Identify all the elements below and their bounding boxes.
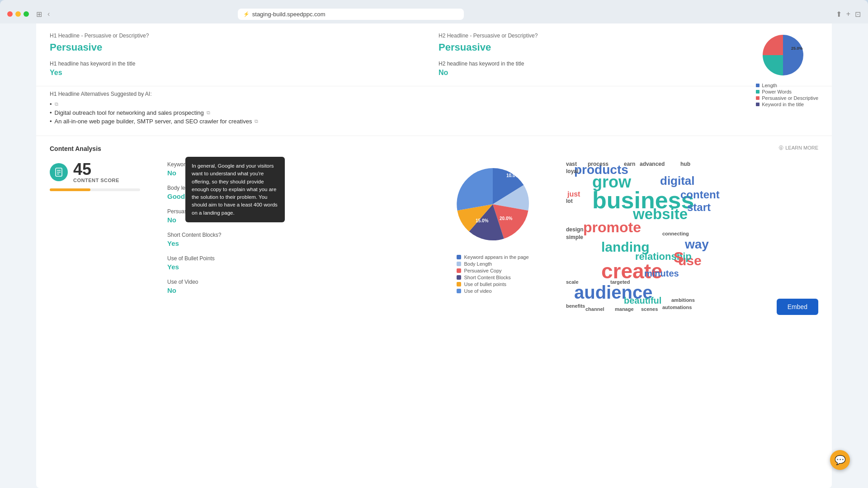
word-minutes: minutes	[644, 269, 679, 278]
chat-fab-button[interactable]: 💬	[830, 450, 850, 470]
chat-icon: 💬	[835, 455, 846, 465]
content-pie-chart: 10.0% 15.0% 20.0%	[450, 161, 536, 247]
ai-item-3: • An all-in-one web page builder, SMTP s…	[50, 118, 818, 125]
h1-keyword-value: Yes	[50, 69, 429, 77]
word-hub: hub	[680, 161, 690, 167]
svg-text:10.0%: 10.0%	[506, 173, 519, 178]
metrics-section: In general, Google and your visitors wan…	[158, 161, 429, 319]
embed-button[interactable]: Embed	[777, 299, 818, 315]
word-loyal: loyal	[566, 169, 578, 174]
word-just: just	[567, 191, 580, 198]
metric-val-video: No	[167, 286, 420, 294]
headline-section: H1 Headline - Persuasive or Descriptive?…	[36, 23, 832, 86]
word-earn: earn	[624, 161, 635, 167]
metric-name-bullet: Use of Bullet Points	[167, 255, 420, 262]
document-icon	[54, 167, 64, 177]
minimize-button[interactable]	[15, 11, 21, 17]
ai-suggestions-section: H1 Headline Alternatives Suggested by AI…	[36, 86, 832, 136]
word-design: design	[566, 227, 584, 232]
content-analysis-title: Content Analysis	[50, 145, 818, 152]
nav-back-button[interactable]: ‹	[47, 10, 50, 18]
word-process: process	[588, 161, 609, 167]
word-connecting: connecting	[662, 231, 689, 236]
score-number: 45	[73, 161, 119, 178]
copy-icon-3[interactable]: ⧉	[255, 118, 258, 124]
word-start: start	[687, 202, 711, 213]
ai-item-2: • Digital outreach tool for networking a…	[50, 109, 818, 116]
learn-more-link[interactable]: 🛈 LEARN MORE	[778, 145, 818, 150]
metric-name-video: Use of Video	[167, 279, 420, 285]
address-bar[interactable]: ⚡ staging-build.speedppc.com	[238, 9, 464, 20]
word-content: content	[680, 189, 720, 200]
metric-name-short: Short Content Blocks?	[167, 232, 420, 238]
copy-icon-2[interactable]: ⧉	[207, 110, 210, 116]
metric-video: Use of Video No	[167, 279, 420, 294]
content-analysis-section: Content Analysis 🛈 LEARN MORE	[36, 136, 832, 328]
pie-legend: Keyword appears in the page Body Length …	[457, 254, 528, 295]
word-channel: channel	[585, 307, 604, 312]
word-cloud: business create audience website grow pr…	[565, 161, 818, 315]
word-cloud-section: business create audience website grow pr…	[556, 161, 818, 319]
tooltip: In general, Google and your visitors wan…	[185, 157, 285, 222]
browser-body: H1 Headline - Persuasive or Descriptive?…	[0, 23, 868, 488]
word-way: way	[685, 238, 709, 251]
browser-chrome: ⊞ ‹ ⚡ staging-build.speedppc.com ⬆ + ⊡	[0, 0, 868, 23]
svg-text:20.0%: 20.0%	[500, 216, 512, 221]
top-pie-chart: 25.0%	[756, 33, 810, 78]
close-button[interactable]	[7, 11, 13, 17]
ai-suggestion-2: Digital outreach tool for networking and…	[55, 109, 204, 116]
word-simple: simple	[566, 235, 583, 240]
metric-short-blocks: Short Content Blocks? Yes	[167, 232, 420, 247]
score-display: 45 CONTENT SCORE	[50, 161, 158, 183]
top-pie-legend: Length Power Words Persuasive or Descrip…	[756, 83, 818, 107]
sidebar-toggle[interactable]: ⊞	[36, 10, 42, 19]
word-beautiful: beautiful	[624, 296, 661, 305]
new-tab-icon[interactable]: +	[846, 10, 850, 19]
main-container: H1 Headline - Persuasive or Descriptive?…	[36, 23, 832, 488]
score-icon	[50, 163, 68, 181]
word-scale: scale	[566, 280, 579, 285]
share-icon[interactable]: ⬆	[836, 10, 842, 19]
sidebar-icon[interactable]: ⊡	[855, 10, 861, 19]
learn-more-text: LEARN MORE	[785, 145, 818, 150]
h1-keyword-label: H1 headline has keyword in the title	[50, 61, 429, 67]
ai-item-1: • ⧉	[50, 101, 818, 108]
info-icon: 🛈	[778, 145, 783, 150]
url-text: staging-build.speedppc.com	[252, 11, 326, 18]
word-vast: vast	[566, 161, 577, 167]
svg-text:15.0%: 15.0%	[476, 218, 488, 223]
word-digital: digital	[660, 175, 695, 187]
score-label: CONTENT SCORE	[73, 178, 119, 183]
word-manage: manage	[615, 307, 634, 312]
top-pie-wrapper: 25.0% Length Power Words Persuasive or D…	[756, 33, 818, 108]
word-advanced: advanced	[640, 161, 665, 167]
copy-icon-1[interactable]: ⧉	[55, 101, 58, 107]
ai-suggestion-3: An all-in-one web page builder, SMTP ser…	[55, 118, 252, 125]
content-analysis-body: 45 CONTENT SCORE In general, Google and …	[50, 161, 818, 319]
metric-val-bullet: Yes	[167, 263, 420, 271]
word-S: S	[674, 249, 684, 265]
lock-icon: ⚡	[243, 11, 250, 17]
score-section: 45 CONTENT SCORE	[50, 161, 158, 319]
ai-suggestions-label: H1 Headline Alternatives Suggested by AI…	[50, 91, 818, 97]
word-website: website	[633, 206, 688, 221]
metric-bullet-points: Use of Bullet Points Yes	[167, 255, 420, 271]
metric-val-short: Yes	[167, 239, 420, 247]
maximize-button[interactable]	[24, 11, 29, 17]
browser-actions: ⬆ + ⊡	[836, 10, 861, 19]
word-benefits: benefits	[566, 304, 585, 309]
h1-persuasive-value: Persuasive	[50, 42, 429, 53]
score-number-group: 45 CONTENT SCORE	[73, 161, 119, 183]
word-scenes: scenes	[641, 307, 658, 312]
word-promote: promote	[583, 220, 641, 235]
word-lot: lot	[566, 198, 573, 204]
traffic-lights	[7, 11, 29, 17]
h1-column: H1 Headline - Persuasive or Descriptive?…	[50, 33, 429, 77]
word-ambitions: ambitions	[671, 298, 695, 303]
word-automations: automations	[662, 305, 692, 310]
pie-section: 10.0% 15.0% 20.0% Keyword appears in the…	[429, 161, 556, 319]
pie-label-25pct: 25.0%	[791, 46, 803, 51]
score-fill	[50, 188, 90, 191]
h1-headline-label: H1 Headline - Persuasive or Descriptive?	[50, 33, 429, 39]
word-targeted: targeted	[610, 280, 630, 285]
